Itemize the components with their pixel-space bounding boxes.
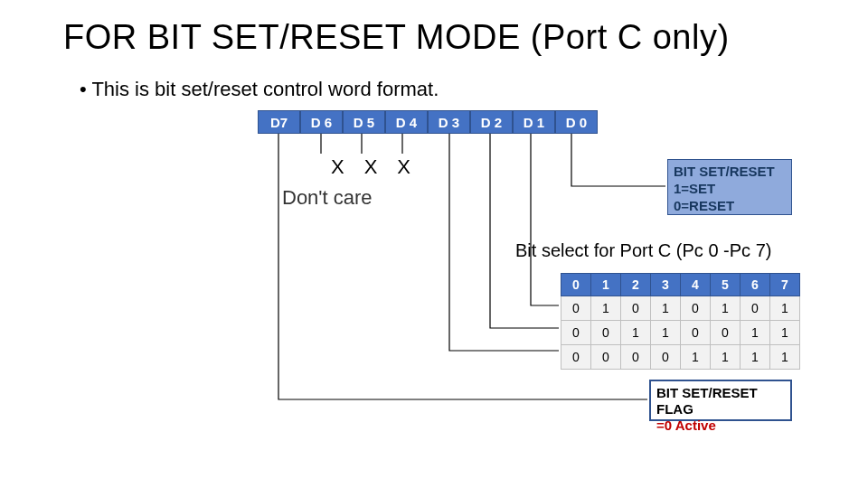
table-header-row: 0 1 2 3 4 5 6 7 xyxy=(561,274,800,296)
hdr-7: 7 xyxy=(770,274,800,296)
bit-select-label: Bit select for Port C (Pc 0 -Pc 7) xyxy=(515,240,771,261)
bsr-line1: BIT SET/RESET xyxy=(674,164,786,181)
hdr-5: 5 xyxy=(711,274,741,296)
dont-care-label: Don't care xyxy=(282,186,373,210)
bit-d0: D 0 xyxy=(555,110,598,134)
bit-d5: D 5 xyxy=(343,110,385,134)
bullet-text: This is bit set/reset control word forma… xyxy=(80,78,439,101)
table-row: 00110011 xyxy=(561,321,800,345)
hdr-0: 0 xyxy=(561,274,591,296)
hdr-1: 1 xyxy=(591,274,621,296)
table-row: 00001111 xyxy=(561,345,800,370)
bit-header-row: D7 D 6 D 5 D 4 D 3 D 2 D 1 D 0 xyxy=(258,110,598,134)
bit-d7: D7 xyxy=(258,110,300,134)
bit-d6: D 6 xyxy=(300,110,343,134)
page-title: FOR BIT SET/RESET MODE (Port C only) xyxy=(63,18,730,57)
hdr-2: 2 xyxy=(621,274,651,296)
hdr-4: 4 xyxy=(681,274,711,296)
flag-line2: =0 Active xyxy=(656,418,785,434)
table-row: 01010101 xyxy=(561,296,800,321)
bit-d3: D 3 xyxy=(428,110,470,134)
hdr-6: 6 xyxy=(741,274,770,296)
bit-d4: D 4 xyxy=(385,110,428,134)
bit-set-reset-box: BIT SET/RESET 1=SET 0=RESET xyxy=(667,159,792,215)
flag-line1: BIT SET/RESET FLAG xyxy=(656,385,785,418)
bsr-flag-box: BIT SET/RESET FLAG =0 Active xyxy=(649,380,792,421)
bsr-line2: 1=SET xyxy=(674,181,786,198)
bit-d2: D 2 xyxy=(470,110,513,134)
bsr-line3: 0=RESET xyxy=(674,198,786,215)
bit-d1: D 1 xyxy=(513,110,555,134)
dont-care-x-marks: XXX xyxy=(331,155,430,179)
hdr-3: 3 xyxy=(651,274,681,296)
bit-select-table: 0 1 2 3 4 5 6 7 01010101 00110011 000011… xyxy=(561,273,800,370)
